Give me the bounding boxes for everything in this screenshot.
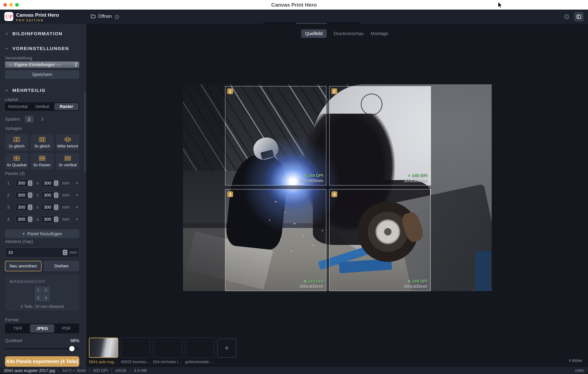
panel-height-input[interactable]: 300	[42, 203, 60, 211]
chevron-down-icon	[5, 89, 8, 92]
quality-label: Qualitaet	[5, 338, 22, 343]
layout-vertikal[interactable]: Vertikal	[30, 103, 54, 110]
template-3x-icon	[32, 137, 53, 142]
spalten-option-3[interactable]: 3	[41, 117, 43, 122]
thumbnail-image[interactable]	[121, 338, 150, 358]
dim-overlay	[183, 84, 492, 86]
app-edition: PRO EDITION	[16, 19, 59, 22]
stepper-icon[interactable]	[54, 216, 58, 222]
template-2x-gleich[interactable]: 2x gleich	[5, 134, 28, 151]
panel-height-input[interactable]: 300	[42, 179, 60, 187]
panel-row-1: 1 300 x 300 mm ×	[5, 179, 79, 187]
template-6x-raster[interactable]: 6x Raster	[31, 153, 54, 170]
panel-size: 300x300mm	[299, 178, 323, 183]
thumbnail-2[interactable]: 00022-business-ev…	[121, 338, 150, 364]
panel-row-4: 4 300 x 300 mm ×	[5, 216, 79, 223]
panel-height-input[interactable]: 300	[42, 216, 60, 223]
info-icon[interactable]	[564, 14, 569, 20]
preset-label: Voreinstellung	[5, 56, 79, 61]
stepper-icon[interactable]	[54, 180, 58, 186]
rearrange-button[interactable]: Neu anordnen	[5, 261, 42, 271]
quality-slider[interactable]	[5, 346, 79, 351]
thumbnail-label: 00022-business-ev…	[121, 360, 150, 364]
stepper-icon[interactable]	[28, 204, 32, 210]
panel-height-input[interactable]: 300	[42, 192, 60, 199]
slider-track[interactable]	[5, 348, 79, 349]
app-header: UP Canvas Print Hero PRO EDITION Öffnen …	[0, 10, 588, 24]
stepper-icon[interactable]	[63, 250, 67, 255]
remove-panel-button[interactable]: ×	[76, 217, 78, 222]
format-tiff[interactable]: TIFF	[6, 324, 30, 333]
divider	[0, 84, 86, 85]
layout-raster[interactable]: Raster	[54, 103, 79, 110]
panel-frame-2[interactable]: 2 149 DPI 300x300mm	[329, 86, 430, 185]
format-label: Format	[5, 317, 79, 322]
remove-panel-button[interactable]: ×	[76, 181, 78, 186]
panel-frame-3[interactable]: 3 149 DPI 300x300mm	[225, 189, 326, 291]
wall-preview-grid: 1 2 3 4	[35, 287, 50, 302]
stepper-icon[interactable]	[28, 216, 32, 222]
template-3x-gleich[interactable]: 3x gleich	[31, 134, 54, 151]
folder-icon	[91, 14, 96, 19]
thumbnail-4[interactable]: goldschmiede-ange…	[185, 338, 214, 364]
template-4x-quadrat[interactable]: 4x Quadrat	[5, 153, 28, 170]
add-panel-button[interactable]: + Panel hinzufügen	[5, 230, 79, 238]
thumbnail-image[interactable]	[153, 338, 182, 358]
save-preset-button[interactable]: Speichern	[5, 70, 79, 79]
panel-width-input[interactable]: 300	[15, 192, 34, 199]
panel-rows: 1 300 x 300 mm × 2 300 x 300 mm × 3 300 …	[5, 179, 79, 223]
tab-montage[interactable]: Montage	[371, 31, 388, 36]
tab-quellbild[interactable]: Quellbild	[301, 29, 327, 38]
stepper-icon[interactable]	[28, 180, 32, 186]
format-jpeg[interactable]: JPEG	[30, 324, 54, 333]
template-mitte-betont[interactable]: Mitte betont	[56, 134, 79, 151]
section-mehrteilig[interactable]: MEHRTEILIG	[5, 88, 79, 93]
layout-horizontal[interactable]: Horizontal	[6, 103, 30, 110]
toggle-sidebar-button[interactable]	[574, 12, 584, 21]
thumbnail-image[interactable]	[89, 338, 118, 358]
tab-druckvorschau[interactable]: Druckvorschau	[334, 31, 364, 36]
plus-icon: +	[22, 231, 25, 237]
app-name: Canvas Print Hero	[16, 12, 59, 18]
stepper-icon[interactable]	[54, 204, 58, 210]
panel-frame-1[interactable]: 1 149 DPI 300x300mm	[225, 86, 326, 185]
thumbnail-1[interactable]: 0041-auto eugster …	[89, 338, 118, 364]
rotate-button[interactable]: Drehen	[44, 261, 79, 271]
panel-width-input[interactable]: 300	[15, 216, 34, 223]
stepper-icon[interactable]	[28, 192, 32, 198]
thumbnail-3[interactable]: 024-michelas ilge 2…	[153, 338, 182, 364]
stepper-icon[interactable]	[54, 192, 58, 198]
app-window: Canvas Print Hero UP Canvas Print Hero P…	[0, 0, 588, 374]
panel-frame-4[interactable]: 4 149 DPI 300x300mm	[329, 189, 430, 291]
panel-width-input[interactable]: 300	[15, 179, 34, 187]
section-voreinstellungen[interactable]: VOREINSTELLUNGEN	[5, 46, 79, 51]
panel-width-input[interactable]: 300	[15, 203, 34, 211]
add-image-button[interactable]: +	[217, 338, 236, 358]
spalten-option-2[interactable]: 2	[25, 116, 33, 123]
template-mitte-icon	[57, 137, 78, 142]
section-bildinformation[interactable]: BILDINFORMATION	[5, 31, 79, 36]
gap-input[interactable]: 10 mm	[5, 247, 79, 258]
source-image-canvas[interactable]: 1 149 DPI 300x300mm 2 149 DPI 300x300mm …	[183, 84, 492, 291]
sidebar-scrollbar[interactable]	[84, 92, 86, 172]
export-button[interactable]: Alle Panels exportieren (4 Teile)	[5, 356, 79, 367]
panel-size: 300x300mm	[404, 284, 427, 289]
template-3x-vertikal[interactable]: 3x vertikal	[56, 153, 79, 170]
slider-knob[interactable]	[69, 346, 74, 351]
status-zoom-level: 100%	[575, 368, 584, 373]
open-button[interactable]: Öffnen	[91, 14, 112, 19]
template-3x-vertikal-icon	[57, 156, 78, 161]
template-2x-icon	[6, 137, 27, 142]
panel-number-badge: 4	[331, 191, 337, 197]
status-dimensions: 5472 × 3648	[62, 368, 86, 373]
vorlagen-label: Vorlagen	[5, 126, 79, 131]
chevron-down-icon	[5, 47, 8, 50]
thumbnail-label: goldschmiede-ange…	[185, 360, 214, 364]
history-button[interactable]	[114, 14, 119, 19]
preset-select[interactable]: — Eigene Einstellungen —	[5, 61, 79, 68]
thumbnail-image[interactable]	[185, 338, 214, 358]
remove-panel-button[interactable]: ×	[76, 192, 78, 198]
format-pdf[interactable]: PDF	[54, 324, 79, 333]
mouse-cursor	[497, 1, 503, 9]
remove-panel-button[interactable]: ×	[76, 205, 78, 210]
